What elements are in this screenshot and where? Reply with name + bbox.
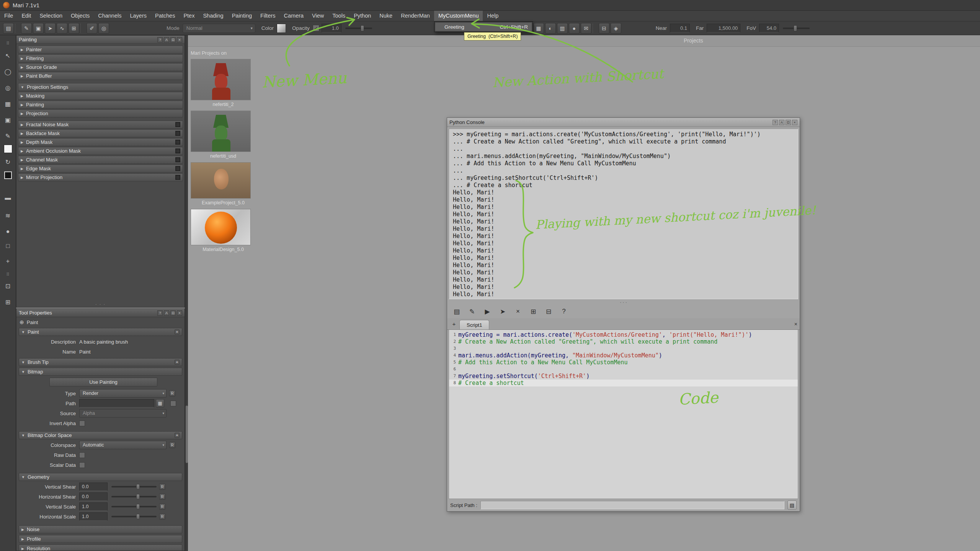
menu-item-greeting[interactable]: GreetingCtrl+Shift+R — [435, 23, 532, 31]
float-icon[interactable]: ⊡ — [786, 120, 791, 125]
project-materialdesign-5-0[interactable]: MaterialDesign_5.0 — [191, 209, 256, 252]
script-editor[interactable]: 1myGreeting = mari.actions.create('MyCus… — [449, 330, 798, 499]
layers-icon[interactable]: ≋ — [3, 210, 13, 220]
project-thumbnail[interactable] — [191, 209, 251, 245]
section-edge-mask[interactable]: ▶Edge Mask — [18, 165, 183, 173]
menubar-item-layers[interactable]: Layers — [126, 11, 151, 21]
float-icon[interactable]: ⊡ — [170, 37, 176, 42]
use-painting-button[interactable]: Use Painting — [49, 378, 157, 386]
slider-horizontal-scale[interactable] — [111, 516, 157, 517]
menubar-item-filters[interactable]: Filters — [256, 11, 279, 21]
menubar-item-patches[interactable]: Patches — [151, 11, 179, 21]
pin-icon[interactable]: A — [779, 120, 784, 125]
slider-vertical-shear[interactable] — [111, 486, 157, 487]
section-brush-tip[interactable]: ▼ Brush Tip + — [19, 358, 182, 366]
mask-toggle[interactable] — [175, 140, 180, 145]
path-option-checkbox[interactable] — [170, 401, 176, 406]
menubar-item-nuke[interactable]: Nuke — [375, 11, 397, 21]
path-input[interactable] — [79, 399, 154, 408]
tool-properties-header[interactable]: Tool Properties ?A⊡× — [16, 309, 185, 317]
panel-resize-handle[interactable]: · · · — [16, 303, 185, 307]
reset-button[interactable]: R — [159, 514, 165, 520]
tab-script1[interactable]: Script1 — [459, 320, 489, 329]
section-source-grade[interactable]: ▶Source Grade — [18, 63, 183, 71]
section-depth-mask[interactable]: ▶Depth Mask — [18, 138, 183, 146]
add-attribute-button[interactable]: + — [175, 360, 180, 365]
painting-palette-header[interactable]: Painting ?A⊡× — [16, 36, 185, 44]
vector-paint-icon[interactable]: ➤ — [45, 23, 56, 34]
new-script-icon[interactable]: ▤ — [452, 306, 462, 316]
save-script-icon[interactable]: ⊟ — [544, 306, 554, 316]
reset-button[interactable]: R — [159, 484, 165, 490]
image-manager-icon[interactable]: ▦ — [533, 23, 544, 34]
section-paint-buffer[interactable]: ▶Paint Buffer — [18, 72, 183, 80]
eyedropper-icon[interactable]: ✐ — [87, 23, 97, 34]
mask-preview-icon[interactable]: ◈ — [611, 23, 621, 34]
paint-tool-icon[interactable]: ✎ — [3, 131, 13, 141]
palette-icon[interactable]: ⊞ — [3, 297, 13, 307]
python-console-header[interactable]: Python Console ?A⊡× — [447, 118, 800, 127]
mask-toggle[interactable] — [175, 157, 180, 162]
section-profile[interactable]: ▶Profile — [19, 535, 182, 543]
scrollbar-thumb[interactable] — [186, 406, 188, 463]
fov-field[interactable]: 54.0 — [759, 24, 779, 33]
lasso-tool-icon[interactable]: ◯ — [3, 67, 13, 77]
zoom-tool-icon[interactable]: ◎ — [3, 83, 13, 93]
menubar-item-painting[interactable]: Painting — [228, 11, 256, 21]
mask-toggle[interactable] — [175, 166, 180, 171]
console-splitter[interactable]: · · · — [447, 301, 800, 305]
close-icon[interactable]: × — [177, 310, 182, 316]
close-icon[interactable]: × — [177, 37, 182, 42]
mode-dropdown[interactable]: Normal ▾ — [183, 24, 255, 33]
clone-stamp-icon[interactable]: ⊞ — [69, 23, 79, 34]
slider-handle[interactable] — [136, 494, 140, 499]
reset-button[interactable]: R — [159, 494, 165, 500]
console-output[interactable]: >>> myGreeting = mari.actions.create('My… — [449, 129, 798, 299]
section-painter[interactable]: ▶Painter — [18, 46, 183, 54]
slider-handle[interactable] — [794, 25, 797, 31]
sphere-view-icon[interactable]: ● — [3, 227, 13, 236]
slider-horizontal-shear[interactable] — [111, 496, 157, 497]
menubar-item-mycustommenu[interactable]: MyCustomMenu — [434, 11, 483, 21]
value-field[interactable]: 1.0 — [79, 502, 108, 511]
run-selection-icon[interactable]: ➤ — [498, 306, 508, 316]
new-tab-button[interactable]: + — [450, 320, 458, 328]
source-dropdown[interactable]: Alpha ▾ — [79, 409, 167, 417]
close-tab-button[interactable]: × — [794, 321, 797, 327]
objects-icon[interactable]: ● — [569, 23, 580, 34]
titlebar[interactable]: Mari 7.1v1 — [0, 0, 980, 11]
float-icon[interactable]: ⊡ — [170, 310, 176, 316]
menubar-item-python[interactable]: Python — [350, 11, 375, 21]
section-bitmap[interactable]: ▼ Bitmap — [19, 368, 182, 376]
snapshot-icon[interactable]: ◎ — [98, 23, 109, 34]
save-script-path-icon[interactable]: ▤ — [787, 500, 797, 510]
panel-scrollbar[interactable] — [185, 35, 188, 551]
drag-handle-icon[interactable]: ⠿ — [3, 38, 13, 48]
section-noise[interactable]: ▶Noise — [19, 525, 182, 533]
section-bitmap-color-space[interactable]: ▼ Bitmap Color Space + — [19, 431, 182, 439]
section-filtering[interactable]: ▶Filtering — [18, 54, 183, 62]
menubar-item-objects[interactable]: Objects — [67, 11, 94, 21]
drag-handle-icon-2[interactable]: ⠿ — [3, 269, 13, 279]
menubar-item-camera[interactable]: Camera — [280, 11, 308, 21]
copy-output-icon[interactable]: ⊞ — [528, 306, 538, 316]
image-tool-icon[interactable]: ▣ — [3, 115, 13, 125]
background-color-swatch[interactable] — [4, 171, 12, 179]
add-attribute-button[interactable]: + — [175, 329, 180, 334]
section-channel-mask[interactable]: ▶Channel Mask — [18, 156, 183, 164]
value-field[interactable]: 0.0 — [79, 483, 108, 491]
type-reset-button[interactable]: R — [169, 390, 175, 396]
section-resolution[interactable]: ▶Resolution — [19, 544, 182, 551]
raw-data-checkbox[interactable] — [79, 452, 85, 458]
menubar-item-renderman[interactable]: RenderMan — [397, 11, 434, 21]
paint-through-icon[interactable]: ▣ — [33, 23, 44, 34]
paint-color-swatch[interactable] — [277, 24, 286, 33]
menubar-item-help[interactable]: Help — [483, 11, 503, 21]
shelf-icon[interactable]: ▥ — [557, 23, 568, 34]
mask-toggle[interactable] — [175, 122, 180, 127]
slider-handle[interactable] — [361, 25, 364, 31]
section-projection-settings[interactable]: ▼Projection Settings — [18, 83, 183, 91]
help-icon[interactable]: ? — [559, 306, 569, 316]
menubar-item-selection[interactable]: Selection — [35, 11, 67, 21]
add-attribute-button[interactable]: + — [175, 433, 180, 438]
